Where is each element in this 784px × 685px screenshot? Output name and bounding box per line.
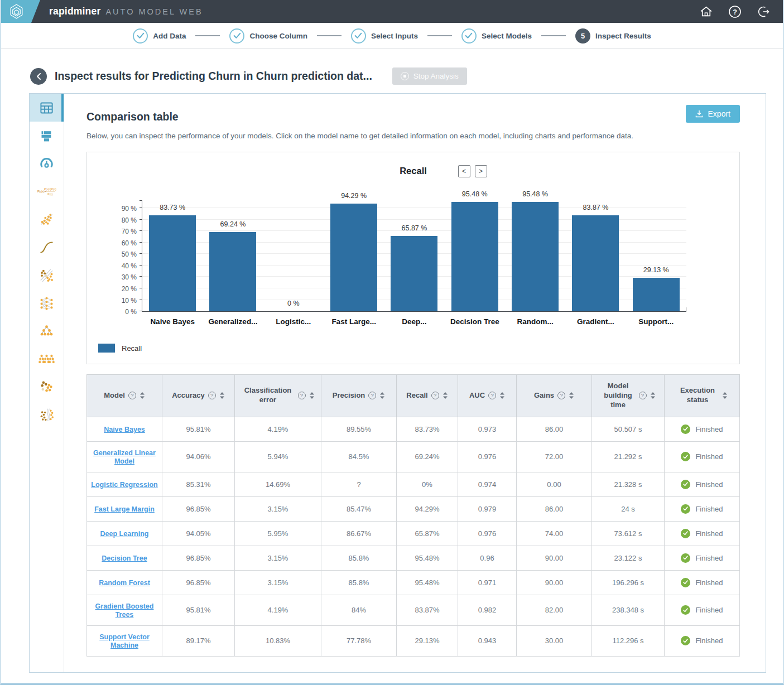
bar-support[interactable]: 29.13 % — [633, 278, 680, 311]
step-inspect-results[interactable]: 5Inspect Results — [575, 28, 651, 44]
model-link[interactable]: Random Forest — [99, 579, 150, 587]
sidebar-item-generalized-linear-model[interactable] — [30, 205, 64, 233]
legend-label: Recall — [122, 344, 142, 353]
bar-deep[interactable]: 65.87 % — [391, 236, 437, 311]
accuracy-cell: 96.85% — [162, 546, 235, 570]
sort-icon[interactable] — [219, 392, 225, 399]
back-button[interactable] — [30, 68, 47, 85]
auc-cell: 0.96 — [458, 546, 517, 570]
category-axis: Naive BayesGeneralized...Logistic...Fast… — [87, 312, 739, 326]
model-cell: Support Vector Machine — [87, 625, 162, 656]
home-icon[interactable] — [700, 6, 713, 17]
column-header-gains[interactable]: Gains? — [517, 375, 592, 417]
build_time-cell: 112.296 s — [592, 625, 665, 656]
sidebar-item-comparison-table[interactable] — [30, 94, 64, 122]
status-cell: Finished — [665, 546, 740, 570]
sidebar-item-comparison-chart[interactable] — [30, 122, 64, 149]
svg-text:?: ? — [733, 8, 737, 16]
help-icon[interactable]: ? — [298, 392, 306, 399]
sort-icon[interactable] — [722, 392, 728, 399]
step-add-data[interactable]: Add Data — [133, 28, 186, 44]
column-header-auc[interactable]: AUC? — [458, 375, 517, 417]
bar-naive-bayes[interactable]: 83.73 % — [149, 215, 196, 311]
classification_error-cell: 14.69% — [235, 472, 321, 496]
status-label: Finished — [695, 636, 723, 645]
model-link[interactable]: Generalized Linear Model — [93, 449, 156, 465]
sort-icon[interactable] — [140, 392, 145, 399]
sidebar-item-deep-learning[interactable] — [30, 289, 64, 317]
status-label: Finished — [695, 480, 723, 489]
sort-icon[interactable] — [309, 392, 315, 399]
bar-decision-tree[interactable]: 95.48 % — [451, 202, 498, 311]
model-link[interactable]: Naive Bayes — [104, 426, 145, 433]
build_time-cell: 50.507 s — [592, 417, 665, 441]
column-header-model[interactable]: Model? — [87, 375, 162, 417]
next-metric-button[interactable]: > — [475, 165, 487, 177]
sort-icon[interactable] — [379, 392, 385, 399]
check-icon — [351, 28, 366, 44]
model-link[interactable]: Deep Learning — [100, 530, 149, 538]
prev-metric-button[interactable]: < — [458, 165, 470, 177]
y-tick-label: 10 % — [111, 297, 137, 305]
step-select-models[interactable]: Select Models — [461, 28, 532, 44]
model-link[interactable]: Gradient Boosted Trees — [95, 602, 154, 619]
sidebar-item-fast-large-margin[interactable] — [30, 261, 64, 289]
table-row: Deep Learning94.05%5.95%86.67%65.87%0.97… — [87, 521, 740, 546]
column-label: Execution status — [677, 386, 719, 405]
sort-icon[interactable] — [650, 392, 656, 399]
column-header-precision[interactable]: Precision? — [321, 375, 397, 417]
sidebar-item-support-vector-machine[interactable] — [30, 401, 64, 428]
bar-fast-large[interactable]: 94.29 % — [330, 204, 377, 311]
sidebar-item-gauge-view[interactable] — [30, 149, 64, 177]
sort-icon[interactable] — [442, 392, 448, 399]
bar-gradient[interactable]: 83.87 % — [572, 215, 619, 311]
help-icon[interactable]: ? — [728, 5, 742, 18]
help-icon[interactable]: ? — [488, 392, 496, 399]
model-link[interactable]: Support Vector Machine — [99, 633, 150, 649]
export-label: Export — [708, 109, 730, 118]
sidebar-item-decision-tree[interactable] — [30, 317, 64, 345]
column-header-classification_error[interactable]: Classification error? — [235, 375, 321, 417]
sidebar-item-logistic-regression[interactable] — [30, 233, 64, 261]
bar-generalized[interactable]: 69.24 % — [209, 232, 256, 311]
help-icon[interactable]: ? — [557, 392, 565, 399]
recall-chart-card: Recall < > 83.73 %69.24 %0 %94.29 %65.87… — [86, 152, 740, 364]
bar-slot: 83.87 % — [565, 200, 626, 311]
stop-analysis-button[interactable]: Stop Analysis — [392, 67, 467, 85]
help-icon[interactable]: ? — [128, 392, 136, 399]
logout-icon[interactable] — [757, 5, 771, 18]
help-icon[interactable]: ? — [431, 392, 439, 399]
download-icon — [695, 110, 703, 118]
status-cell: Finished — [665, 625, 740, 656]
model-link[interactable]: Decision Tree — [102, 554, 147, 562]
auc-cell: 0.982 — [458, 595, 517, 625]
help-icon[interactable]: ? — [208, 392, 216, 399]
export-button[interactable]: Export — [686, 105, 740, 123]
sidebar-item-random-forest[interactable] — [30, 345, 64, 373]
step-select-inputs[interactable]: Select Inputs — [351, 28, 418, 44]
model-cell: Random Forest — [87, 570, 162, 595]
column-header-status[interactable]: Execution status — [665, 375, 740, 417]
sidebar-item-gradient-boosted-trees[interactable] — [30, 373, 64, 401]
precision-cell: 85.47% — [321, 496, 397, 521]
column-header-accuracy[interactable]: Accuracy? — [162, 375, 235, 417]
step-choose-column[interactable]: Choose Column — [229, 28, 307, 44]
gains-cell: 90.00 — [517, 570, 592, 595]
sidebar-item-naive-bayes[interactable]: P(c|x)=P(x|c)P(c)P(x) — [30, 177, 64, 205]
finished-check-icon — [681, 578, 690, 587]
sort-icon[interactable] — [569, 392, 574, 399]
column-header-build_time[interactable]: Model building time? — [592, 375, 665, 417]
step-label: Select Models — [482, 32, 532, 40]
help-icon[interactable]: ? — [639, 392, 647, 399]
sort-icon[interactable] — [499, 392, 505, 399]
gains-cell: 74.00 — [517, 521, 592, 546]
rapidminer-logo[interactable] — [1, 0, 40, 23]
status-cell: Finished — [665, 472, 740, 496]
column-header-recall[interactable]: Recall? — [397, 375, 458, 417]
table-row: Fast Large Margin96.85%3.15%85.47%94.29%… — [87, 496, 740, 521]
model-link[interactable]: Fast Large Margin — [94, 505, 155, 513]
bar-random[interactable]: 95.48 % — [512, 202, 559, 311]
help-icon[interactable]: ? — [368, 392, 376, 399]
model-link[interactable]: Logistic Regression — [91, 481, 157, 489]
model-cell: Naive Bayes — [87, 417, 162, 441]
